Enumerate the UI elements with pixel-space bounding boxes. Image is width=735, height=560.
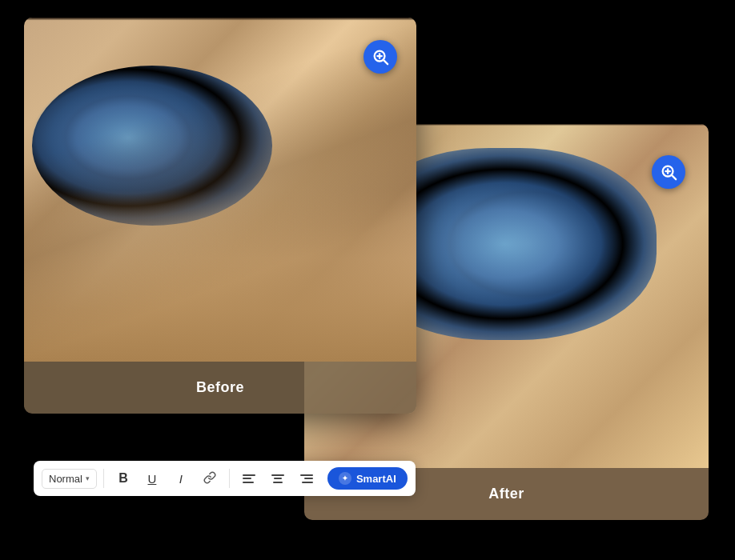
text-style-label: Normal: [49, 473, 82, 485]
before-label-bar: Before: [24, 362, 416, 414]
svg-line-5: [672, 175, 676, 179]
align-center-icon: [271, 474, 284, 483]
align-right-icon: [300, 474, 313, 483]
scene: Before After Normal ▾: [0, 0, 735, 560]
smartai-button[interactable]: ✦ SmartAI: [327, 467, 408, 490]
align-left-button[interactable]: [236, 466, 262, 491]
before-card: Before: [24, 18, 416, 414]
divider-2: [229, 469, 230, 488]
zoom-in-icon-after: [660, 163, 677, 181]
after-label: After: [488, 486, 524, 502]
zoom-in-icon: [372, 48, 389, 66]
smartai-label: SmartAI: [356, 473, 396, 485]
underline-button[interactable]: U: [139, 466, 165, 491]
divider-1: [103, 469, 104, 488]
text-toolbar: Normal ▾ B U I: [34, 461, 416, 496]
link-button[interactable]: [197, 466, 223, 491]
before-label: Before: [196, 379, 244, 396]
bold-button[interactable]: B: [110, 466, 136, 491]
before-image: [24, 18, 416, 362]
align-left-icon: [243, 474, 255, 483]
text-style-dropdown[interactable]: Normal ▾: [42, 469, 97, 489]
align-right-button[interactable]: [294, 466, 319, 491]
svg-line-1: [384, 60, 388, 64]
before-eye-detail: [32, 66, 272, 226]
link-icon: [203, 471, 216, 486]
align-center-button[interactable]: [265, 466, 291, 491]
zoom-after-button[interactable]: [652, 155, 685, 189]
smartai-icon: ✦: [339, 472, 351, 485]
italic-button[interactable]: I: [168, 466, 194, 491]
dropdown-chevron: ▾: [86, 474, 90, 482]
before-skin-texture: [24, 190, 416, 362]
zoom-before-button[interactable]: [363, 40, 397, 74]
